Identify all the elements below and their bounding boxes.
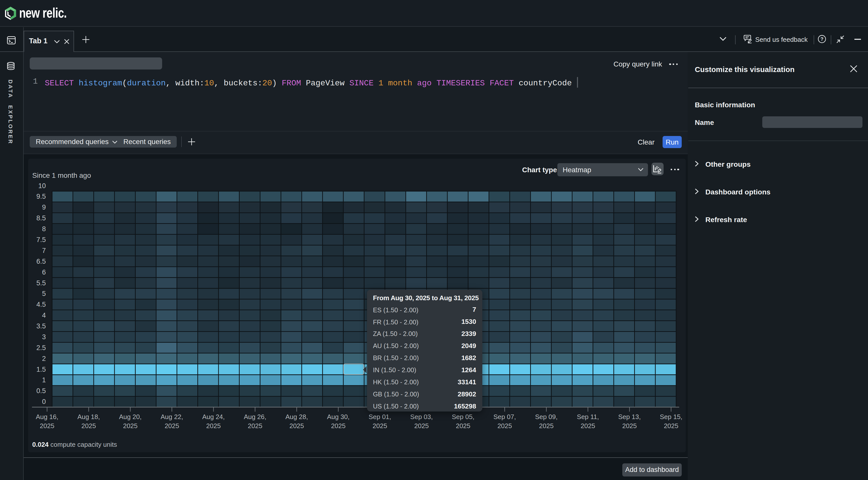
svg-text:4.5: 4.5	[36, 301, 46, 308]
svg-text:1: 1	[42, 376, 46, 384]
svg-text:2025: 2025	[248, 422, 262, 430]
svg-text:Sep 11,: Sep 11,	[577, 413, 599, 421]
svg-text:2025: 2025	[539, 422, 554, 430]
svg-text:9.5: 9.5	[36, 193, 46, 200]
svg-text:Sep 01,: Sep 01,	[369, 413, 391, 421]
svg-text:2025: 2025	[206, 422, 221, 430]
svg-text:2025: 2025	[40, 422, 54, 430]
svg-text:2025: 2025	[289, 422, 304, 430]
svg-text:8: 8	[42, 225, 46, 233]
svg-text:2025: 2025	[414, 422, 429, 430]
svg-text:9: 9	[42, 204, 46, 211]
svg-text:4: 4	[42, 311, 46, 319]
svg-text:?: ?	[820, 36, 824, 42]
svg-text:Sep 13,: Sep 13,	[618, 413, 641, 421]
svg-text:2025: 2025	[331, 422, 346, 430]
svg-text:10: 10	[38, 182, 46, 190]
svg-text:0.5: 0.5	[36, 387, 46, 395]
svg-text:2025: 2025	[81, 422, 96, 430]
svg-text:2025: 2025	[123, 422, 138, 430]
svg-text:2025: 2025	[165, 422, 179, 430]
svg-text:Aug 22,: Aug 22,	[161, 413, 183, 421]
svg-text:2: 2	[42, 355, 46, 362]
svg-text:7: 7	[42, 247, 46, 254]
svg-text:Aug 18,: Aug 18,	[77, 413, 100, 421]
svg-text:Aug 20,: Aug 20,	[119, 413, 142, 421]
svg-text:Sep 07,: Sep 07,	[493, 413, 516, 421]
svg-text:6.5: 6.5	[36, 258, 46, 265]
svg-text:6: 6	[42, 268, 46, 276]
svg-text:Aug 24,: Aug 24,	[202, 413, 225, 421]
svg-text:Aug 30,: Aug 30,	[327, 413, 350, 421]
svg-text:2025: 2025	[456, 422, 470, 430]
svg-text:2025: 2025	[497, 422, 512, 430]
svg-text:Aug 26,: Aug 26,	[244, 413, 266, 421]
svg-text:1.5: 1.5	[36, 366, 46, 373]
svg-text:Sep 05,: Sep 05,	[452, 413, 474, 421]
svg-text:2.5: 2.5	[36, 344, 46, 352]
svg-text:3: 3	[42, 333, 46, 341]
svg-text:Sep 03,: Sep 03,	[410, 413, 433, 421]
svg-text:Sep 09,: Sep 09,	[535, 413, 558, 421]
svg-text:5.5: 5.5	[36, 279, 46, 287]
svg-text:7.5: 7.5	[36, 236, 46, 243]
svg-text:5: 5	[42, 290, 46, 297]
svg-text:Sep 15,: Sep 15,	[660, 413, 682, 421]
svg-text:0: 0	[42, 398, 46, 406]
svg-text:Aug 28,: Aug 28,	[285, 413, 308, 421]
svg-text:2025: 2025	[622, 422, 637, 430]
svg-text:2025: 2025	[664, 422, 678, 430]
svg-text:2025: 2025	[581, 422, 595, 430]
svg-text:8.5: 8.5	[36, 214, 46, 222]
svg-text:3.5: 3.5	[36, 322, 46, 330]
svg-text:Aug 16,: Aug 16,	[36, 413, 58, 421]
svg-text:2025: 2025	[373, 422, 387, 430]
